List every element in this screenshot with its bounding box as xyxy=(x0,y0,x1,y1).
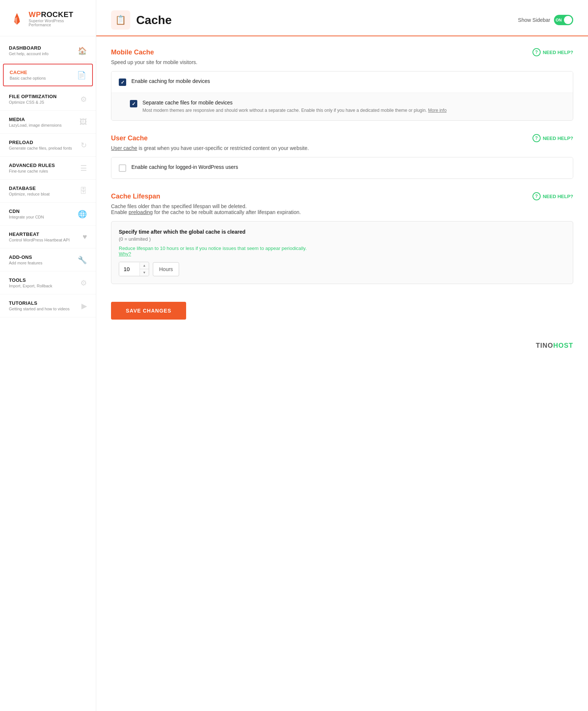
save-changes-button[interactable]: SAVE CHANGES xyxy=(111,302,186,320)
page-title: Cache xyxy=(136,13,172,27)
spinner-down[interactable]: ▼ xyxy=(140,269,149,276)
toggle-on-label: ON xyxy=(556,18,562,22)
page-header: 📋 Cache Show Sidebar ON xyxy=(96,0,588,36)
sidebar-item-file-optimization[interactable]: FILE OPTIMIZATION Optimize CSS & JS ⚙ xyxy=(0,88,96,111)
need-help-icon: ? xyxy=(532,48,541,56)
heartbeat-icon: ♥ xyxy=(83,233,87,241)
tutorials-icon: ▶ xyxy=(81,301,87,310)
sidebar-nav: DASHBOARD Get help, account info 🏠 CACHE… xyxy=(0,36,96,711)
user-cache-title: User Cache xyxy=(111,134,148,142)
sidebar: WPROCKET Superior WordPress Performance … xyxy=(0,0,96,711)
mobile-cache-title: Mobile Cache xyxy=(111,49,154,56)
user-cache-options-card: Enable caching for logged-in WordPress u… xyxy=(111,157,573,179)
lifespan-warning: Reduce lifespan to 10 hours or less if y… xyxy=(119,246,565,257)
sidebar-toggle-area: Show Sidebar ON xyxy=(518,15,573,25)
sidebar-logo: WPROCKET Superior WordPress Performance xyxy=(0,0,96,36)
lifespan-number-input[interactable] xyxy=(119,262,140,276)
user-cache-section: User Cache ? NEED HELP? User cache is gr… xyxy=(111,134,573,179)
sidebar-item-advanced-rules[interactable]: ADVANCED RULES Fine-tune cache rules ☰ xyxy=(0,157,96,180)
database-icon: 🗄 xyxy=(80,187,87,195)
mobile-cache-option-2[interactable]: Separate cache files for mobile devices … xyxy=(111,93,573,120)
sidebar-item-database[interactable]: DATABASE Optimize, reduce bloat 🗄 xyxy=(0,180,96,203)
user-cache-option-label-1: Enable caching for logged-in WordPress u… xyxy=(131,164,565,170)
why-link[interactable]: Why? xyxy=(119,251,131,257)
addons-icon: 🔧 xyxy=(78,256,87,264)
media-icon: 🖼 xyxy=(80,118,87,126)
cdn-icon: 🌐 xyxy=(78,210,87,218)
main-content: 📋 Cache Show Sidebar ON Mobile Cache ? N… xyxy=(96,0,588,711)
wp-rocket-logo-icon xyxy=(9,11,25,27)
spinner-up[interactable]: ▲ xyxy=(140,263,149,269)
user-cache-need-help[interactable]: ? NEED HELP? xyxy=(532,134,573,142)
sidebar-toggle-label: Show Sidebar xyxy=(518,17,550,23)
sidebar-item-tools[interactable]: TOOLS Import, Export, Rollback ⚙ xyxy=(0,271,96,294)
rules-icon: ☰ xyxy=(80,164,87,173)
lifespan-card-title: Specify time after which the global cach… xyxy=(119,229,565,235)
lifespan-number-input-wrapper: ▲ ▼ xyxy=(119,262,149,276)
mobile-cache-options-card: Enable caching for mobile devices Separa… xyxy=(111,71,573,121)
user-cache-link[interactable]: User cache xyxy=(111,145,137,151)
lifespan-card-subtitle: (0 = unlimited ) xyxy=(119,236,565,242)
logo-subtitle: Superior WordPress Performance xyxy=(29,19,87,27)
mobile-cache-option-label-2: Separate cache files for mobile devices xyxy=(142,100,565,106)
user-cache-desc: User cache is great when you have user-s… xyxy=(111,145,573,151)
need-help-label: NEED HELP? xyxy=(543,50,573,55)
cache-lifespan-title: Cache Lifespan xyxy=(111,193,160,200)
brand-host: HOST xyxy=(553,342,573,349)
sidebar-item-tutorials[interactable]: TUTORIALS Getting started and how to vid… xyxy=(0,294,96,317)
mobile-cache-desc: Speed up your site for mobile visitors. xyxy=(111,59,573,65)
sidebar-item-add-ons[interactable]: ADD-ONS Add more features 🔧 xyxy=(0,248,96,271)
lifespan-spinners: ▲ ▼ xyxy=(140,263,149,276)
preload-icon: ↻ xyxy=(81,141,87,150)
mobile-cache-option-1[interactable]: Enable caching for mobile devices xyxy=(111,71,573,93)
brand-tino: TINO xyxy=(536,342,553,349)
user-cache-checkbox-1[interactable] xyxy=(119,164,126,172)
cache-lifespan-need-help-label: NEED HELP? xyxy=(543,194,573,199)
layers-icon: ⚙ xyxy=(80,95,87,104)
cache-lifespan-card: Specify time after which the global cach… xyxy=(111,221,573,284)
content-area: Mobile Cache ? NEED HELP? Speed up your … xyxy=(96,36,588,334)
cache-lifespan-need-help-icon: ? xyxy=(532,192,541,200)
cache-icon: 📄 xyxy=(77,71,86,80)
mobile-cache-need-help[interactable]: ? NEED HELP? xyxy=(532,48,573,56)
tools-icon: ⚙ xyxy=(80,278,87,287)
sidebar-item-cache[interactable]: CACHE Basic cache options 📄 xyxy=(3,64,93,86)
logo-text: WPROCKET Superior WordPress Performance xyxy=(29,10,87,27)
lifespan-input-row: ▲ ▼ Hours xyxy=(119,262,565,276)
mobile-cache-checkbox-2[interactable] xyxy=(130,100,137,107)
toggle-knob xyxy=(564,16,572,24)
more-info-link[interactable]: More info xyxy=(428,108,447,113)
home-icon: 🏠 xyxy=(78,46,87,55)
preloading-link[interactable]: preloading xyxy=(128,209,152,215)
sidebar-toggle-switch[interactable]: ON xyxy=(554,15,573,25)
cache-lifespan-section: Cache Lifespan ? NEED HELP? Cache files … xyxy=(111,192,573,284)
user-cache-need-help-icon: ? xyxy=(532,134,541,142)
cache-lifespan-need-help[interactable]: ? NEED HELP? xyxy=(532,192,573,200)
sidebar-item-heartbeat[interactable]: HEARTBEAT Control WordPress Heartbeat AP… xyxy=(0,226,96,248)
logo-wp: WP xyxy=(29,10,41,19)
user-cache-option-1[interactable]: Enable caching for logged-in WordPress u… xyxy=(111,157,573,178)
cache-lifespan-desc: Cache files older than the specified lif… xyxy=(111,203,573,215)
sidebar-item-preload[interactable]: PRELOAD Generate cache files, preload fo… xyxy=(0,134,96,157)
mobile-cache-section: Mobile Cache ? NEED HELP? Speed up your … xyxy=(111,48,573,121)
user-cache-need-help-label: NEED HELP? xyxy=(543,136,573,141)
footer-brand: TINOHOST xyxy=(96,334,588,361)
mobile-cache-option-sublabel-2: Most modern themes are responsive and sh… xyxy=(142,107,565,114)
sidebar-item-dashboard[interactable]: DASHBOARD Get help, account info 🏠 xyxy=(0,39,96,62)
sidebar-item-cdn[interactable]: CDN Integrate your CDN 🌐 xyxy=(0,203,96,226)
page-icon: 📋 xyxy=(111,10,130,30)
mobile-cache-option-label-1: Enable caching for mobile devices xyxy=(131,78,565,84)
lifespan-unit-label: Hours xyxy=(153,262,179,276)
sidebar-item-media[interactable]: MEDIA LazyLoad, image dimensions 🖼 xyxy=(0,111,96,134)
logo-rocket: ROCKET xyxy=(41,10,73,19)
mobile-cache-checkbox-1[interactable] xyxy=(119,79,126,86)
